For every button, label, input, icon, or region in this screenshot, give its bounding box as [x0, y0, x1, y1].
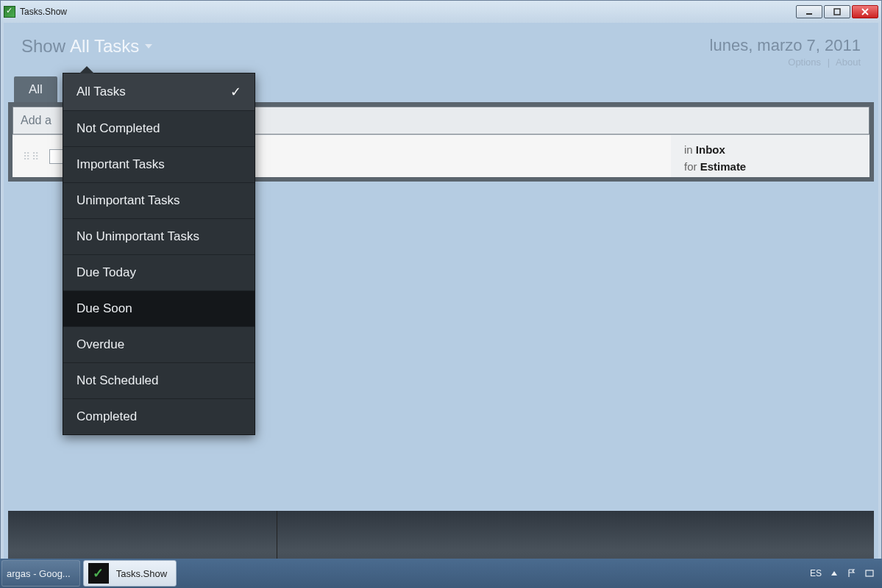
taskbar-item-label: Tasks.Show [116, 568, 167, 579]
filter-dropdown-toggle[interactable]: All Tasks [70, 36, 152, 57]
menu-item-due-today[interactable]: Due Today [63, 255, 255, 291]
os-taskbar[interactable]: argas - Goog... Tasks.Show ES [0, 559, 882, 588]
menu-item-label: Unimportant Tasks [77, 193, 179, 208]
header-row: Show All Tasks lunes, marzo 7, 2011 Opti… [4, 23, 878, 74]
header-right: lunes, marzo 7, 2011 Options | About [710, 36, 861, 68]
window-controls [796, 5, 878, 18]
menu-item-label: No Unimportant Tasks [77, 229, 199, 244]
tab-all[interactable]: All [14, 76, 57, 102]
close-icon [861, 8, 869, 15]
task-in-label: in [684, 143, 696, 156]
svg-rect-0 [806, 13, 812, 15]
filter-dropdown-menu: All Tasks ✓ Not Completed Important Task… [63, 73, 255, 435]
menu-item-label: Not Completed [77, 121, 160, 136]
client-area: Show All Tasks lunes, marzo 7, 2011 Opti… [4, 23, 878, 584]
menu-item-important[interactable]: Important Tasks [63, 147, 255, 183]
menu-item-not-completed[interactable]: Not Completed [63, 111, 255, 147]
show-hidden-icons-icon[interactable] [829, 568, 839, 578]
menu-item-label: Due Today [77, 265, 136, 280]
taskbar-app-icon [88, 563, 109, 584]
minimize-button[interactable] [796, 5, 822, 18]
close-button[interactable] [852, 5, 878, 18]
menu-item-completed[interactable]: Completed [63, 399, 255, 434]
minimize-icon [805, 8, 813, 15]
current-date: lunes, marzo 7, 2011 [710, 36, 861, 55]
task-in-value: Inbox [696, 143, 725, 156]
menu-item-label: Completed [77, 409, 137, 424]
about-link[interactable]: About [836, 57, 861, 68]
caret-down-icon [145, 44, 152, 49]
task-for-label: for [684, 160, 700, 173]
window-frame: Tasks.Show Show All Tasks lunes, marzo 7… [0, 0, 882, 588]
task-checkbox[interactable] [49, 149, 64, 164]
device-icon[interactable] [864, 568, 875, 578]
flag-icon[interactable] [847, 568, 857, 578]
menu-item-unimportant[interactable]: Unimportant Tasks [63, 183, 255, 219]
taskbar-item-browser[interactable]: argas - Goog... [1, 560, 80, 587]
language-indicator[interactable]: ES [810, 568, 822, 578]
svg-rect-2 [866, 570, 873, 576]
header-links: Options | About [710, 57, 861, 68]
maximize-button[interactable] [824, 5, 850, 18]
maximize-icon [833, 8, 841, 15]
link-separator: | [828, 57, 830, 68]
menu-item-label: Due Soon [77, 301, 132, 316]
menu-item-overdue[interactable]: Overdue [63, 327, 255, 363]
app-icon [4, 6, 15, 18]
checkmark-icon: ✓ [230, 84, 241, 100]
menu-item-label: Important Tasks [77, 157, 165, 172]
task-folder-line: in Inbox [684, 141, 869, 158]
options-link[interactable]: Options [788, 57, 821, 68]
svg-rect-1 [834, 9, 840, 15]
menu-item-all-tasks[interactable]: All Tasks ✓ [63, 74, 255, 111]
menu-item-no-unimportant[interactable]: No Unimportant Tasks [63, 219, 255, 255]
menu-item-label: Overdue [77, 337, 124, 352]
taskbar-item-label: argas - Goog... [7, 568, 71, 579]
menu-item-not-scheduled[interactable]: Not Scheduled [63, 363, 255, 399]
menu-item-label: All Tasks [77, 85, 126, 99]
drag-handle-icon[interactable]: ⠿⠿ [23, 154, 40, 159]
window-title: Tasks.Show [20, 7, 796, 17]
taskbar-item-tasks-show[interactable]: Tasks.Show [83, 560, 177, 587]
menu-item-label: Not Scheduled [77, 373, 159, 388]
task-for-value: Estimate [700, 160, 747, 173]
title-bar[interactable]: Tasks.Show [1, 1, 881, 23]
system-tray[interactable]: ES [810, 568, 882, 578]
filter-dropdown-label: All Tasks [70, 36, 139, 57]
menu-item-due-soon[interactable]: Due Soon [63, 291, 255, 327]
show-label: Show [21, 36, 65, 57]
task-row-right: in Inbox for Estimate [671, 135, 869, 177]
task-for-line: for Estimate [684, 158, 869, 175]
